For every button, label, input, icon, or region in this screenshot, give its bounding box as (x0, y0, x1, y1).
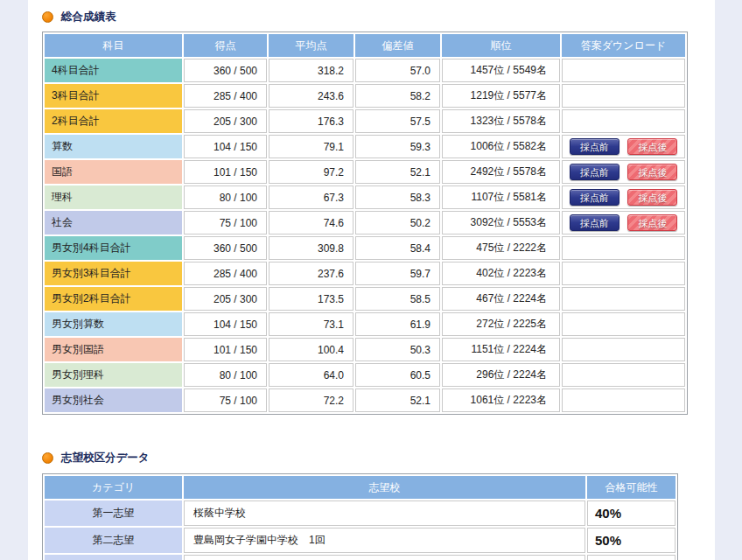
download-cell (562, 338, 685, 361)
score-after-button[interactable]: 採点後 (627, 214, 677, 231)
col-header-category: カテゴリ (45, 476, 182, 499)
score-before-button[interactable]: 採点前 (570, 214, 620, 231)
school-cell: 桜蔭中学校 (184, 500, 585, 526)
subject-cell: 2科目合計 (45, 109, 182, 133)
col-header-probability: 合格可能性 (587, 476, 676, 499)
table-row: 男女別4科目合計 360 / 500 309.8 58.4 475位 / 222… (45, 236, 685, 260)
score-before-button[interactable]: 採点前 (570, 189, 620, 206)
deviation-cell: 50.3 (355, 338, 440, 361)
probability-cell: 40% (587, 500, 676, 526)
rank-cell: 1323位 / 5578名 (442, 109, 560, 133)
download-cell (562, 312, 685, 336)
section-bullet-icon (42, 11, 53, 23)
table-header-row: カテゴリ 志望校 合格可能性 (45, 476, 676, 499)
table-row: 3科目合計 285 / 400 243.6 58.2 1219位 / 5577名 (45, 84, 685, 108)
col-header-subject: 科目 (45, 34, 182, 57)
score-before-button[interactable]: 採点前 (570, 164, 620, 180)
section-header-school-choice: 志望校区分データ (42, 451, 715, 466)
download-cell (562, 236, 685, 260)
table-row: 第三志望 鴎友学園女子中学校 2次 70% (45, 555, 676, 560)
school-cell: 鴎友学園女子中学校 2次 (184, 555, 585, 560)
subject-cell: 男女別4科目合計 (45, 236, 182, 260)
table-row: 2科目合計 205 / 300 176.3 57.5 1323位 / 5578名 (45, 109, 685, 133)
subject-cell: 男女別算数 (45, 312, 182, 336)
rank-cell: 2492位 / 5578名 (442, 160, 560, 184)
subject-cell: 社会 (45, 211, 182, 234)
deviation-cell: 52.1 (355, 160, 440, 184)
rank-cell: 272位 / 2225名 (442, 312, 560, 336)
col-header-rank: 順位 (442, 34, 560, 57)
table-row: 男女別社会 75 / 100 72.2 52.1 1061位 / 2223名 (45, 388, 685, 412)
average-cell: 97.2 (269, 160, 354, 184)
deviation-cell: 58.5 (355, 287, 440, 311)
deviation-cell: 59.3 (355, 135, 440, 158)
rank-cell: 1061位 / 2223名 (442, 388, 560, 412)
average-cell: 79.1 (269, 135, 354, 158)
average-cell: 64.0 (269, 363, 354, 387)
subject-cell: 男女別理科 (45, 363, 182, 387)
section-spacer (42, 415, 715, 451)
rank-cell: 1457位 / 5549名 (442, 59, 560, 82)
subject-cell: 3科目合計 (45, 84, 182, 108)
download-cell (562, 287, 685, 311)
deviation-cell: 59.7 (355, 262, 440, 285)
school-choice-table: カテゴリ 志望校 合格可能性 第一志望 桜蔭中学校 40% 第二志望 豊島岡女子… (42, 473, 678, 560)
section-header-overall-results: 総合成績表 (42, 10, 715, 24)
rank-cell: 475位 / 2222名 (442, 236, 560, 260)
average-cell: 74.6 (269, 211, 354, 234)
score-cell: 80 / 100 (184, 363, 267, 387)
table-row: 社会 75 / 100 74.6 50.2 3092位 / 5553名 採点前 … (45, 211, 685, 234)
deviation-cell: 60.5 (355, 363, 440, 387)
download-cell (562, 388, 685, 412)
category-cell: 第三志望 (45, 555, 182, 560)
probability-cell: 50% (587, 528, 676, 553)
subject-cell: 算数 (45, 135, 182, 158)
download-cell (562, 109, 685, 133)
score-cell: 360 / 500 (184, 59, 267, 82)
download-cell: 採点前 採点後 (562, 160, 685, 184)
download-cell (562, 84, 685, 108)
average-cell: 72.2 (269, 388, 354, 412)
score-cell: 101 / 150 (184, 338, 267, 361)
download-cell (562, 262, 685, 285)
subject-cell: 国語 (45, 160, 182, 184)
score-after-button[interactable]: 採点後 (627, 189, 677, 206)
deviation-cell: 57.0 (355, 59, 440, 82)
score-after-button[interactable]: 採点後 (627, 138, 677, 155)
score-after-button[interactable]: 採点後 (627, 164, 677, 180)
table-row: 算数 104 / 150 79.1 59.3 1006位 / 5582名 採点前… (45, 135, 685, 158)
col-header-score: 得点 (184, 34, 267, 57)
col-header-school: 志望校 (184, 476, 585, 499)
score-cell: 360 / 500 (184, 236, 267, 260)
table-row: 理科 80 / 100 67.3 58.3 1107位 / 5581名 採点前 … (45, 186, 685, 209)
average-cell: 100.4 (269, 338, 354, 361)
score-cell: 75 / 100 (184, 388, 267, 412)
subject-cell: 男女別社会 (45, 388, 182, 412)
school-cell: 豊島岡女子学園中学校 1回 (184, 528, 585, 553)
section-title-overall-results: 総合成績表 (61, 10, 116, 24)
col-header-deviation: 偏差値 (355, 34, 440, 57)
average-cell: 243.6 (269, 84, 354, 108)
rank-cell: 402位 / 2223名 (442, 262, 560, 285)
score-cell: 205 / 300 (184, 109, 267, 133)
probability-cell: 70% (587, 555, 676, 560)
subject-cell: 男女別2科目合計 (45, 287, 182, 311)
section-title-school-choice: 志望校区分データ (61, 451, 150, 466)
average-cell: 176.3 (269, 109, 354, 133)
deviation-cell: 50.2 (355, 211, 440, 234)
section-bullet-icon (42, 452, 53, 464)
score-cell: 104 / 150 (184, 135, 267, 158)
deviation-cell: 61.9 (355, 312, 440, 336)
download-cell: 採点前 採点後 (562, 211, 685, 234)
subject-cell: 男女別国語 (45, 338, 182, 361)
overall-results-table: 科目 得点 平均点 偏差値 順位 答案ダウンロード 4科目合計 360 / 50… (42, 32, 688, 415)
table-header-row: 科目 得点 平均点 偏差値 順位 答案ダウンロード (45, 34, 685, 57)
deviation-cell: 58.4 (355, 236, 440, 260)
score-before-button[interactable]: 採点前 (570, 138, 620, 155)
table-row: 国語 101 / 150 97.2 52.1 2492位 / 5578名 採点前… (45, 160, 685, 184)
table-row: 第一志望 桜蔭中学校 40% (45, 500, 676, 526)
table-row: 第二志望 豊島岡女子学園中学校 1回 50% (45, 528, 676, 553)
col-header-average: 平均点 (269, 34, 354, 57)
subject-cell: 4科目合計 (45, 59, 182, 82)
rank-cell: 1219位 / 5577名 (442, 84, 560, 108)
